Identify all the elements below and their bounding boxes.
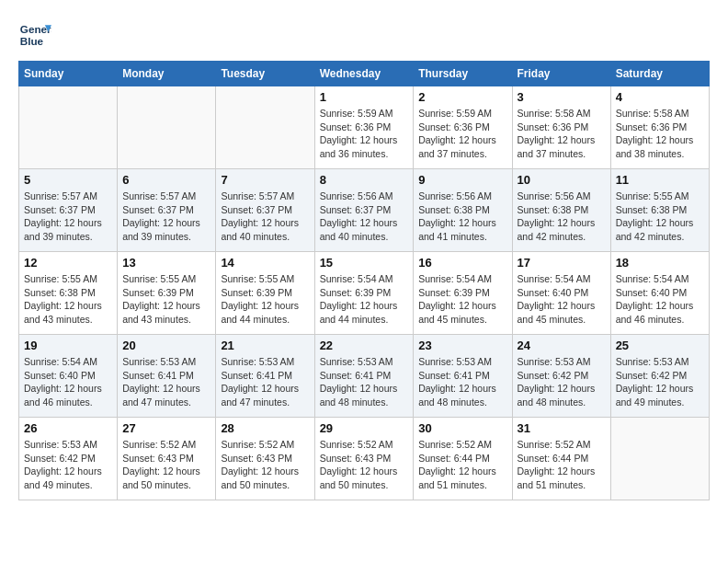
day-number: 4 (616, 90, 704, 104)
day-info: Sunrise: 5:53 AM Sunset: 6:41 PM Dayligh… (418, 355, 506, 409)
calendar-cell: 3Sunrise: 5:58 AM Sunset: 6:36 PM Daylig… (512, 86, 610, 169)
day-number: 21 (221, 339, 309, 352)
calendar-cell: 4Sunrise: 5:58 AM Sunset: 6:36 PM Daylig… (610, 86, 709, 169)
day-number: 30 (418, 421, 506, 435)
day-header-wednesday: Wednesday (314, 62, 414, 86)
day-info: Sunrise: 5:52 AM Sunset: 6:44 PM Dayligh… (418, 438, 506, 492)
calendar-cell: 10Sunrise: 5:56 AM Sunset: 6:38 PM Dayli… (512, 169, 610, 252)
day-info: Sunrise: 5:53 AM Sunset: 6:41 PM Dayligh… (320, 355, 409, 409)
page-header: General Blue (18, 18, 710, 52)
day-number: 6 (122, 173, 210, 187)
day-header-friday: Friday (512, 62, 610, 86)
day-info: Sunrise: 5:58 AM Sunset: 6:36 PM Dayligh… (616, 107, 704, 161)
day-info: Sunrise: 5:54 AM Sunset: 6:40 PM Dayligh… (616, 272, 704, 327)
day-info: Sunrise: 5:56 AM Sunset: 6:38 PM Dayligh… (418, 190, 506, 244)
calendar-cell: 7Sunrise: 5:57 AM Sunset: 6:37 PM Daylig… (216, 169, 314, 252)
day-info: Sunrise: 5:55 AM Sunset: 6:39 PM Dayligh… (221, 272, 309, 327)
calendar-cell: 1Sunrise: 5:59 AM Sunset: 6:36 PM Daylig… (314, 86, 414, 169)
day-info: Sunrise: 5:53 AM Sunset: 6:42 PM Dayligh… (616, 355, 704, 409)
day-number: 15 (320, 256, 409, 270)
day-info: Sunrise: 5:54 AM Sunset: 6:40 PM Dayligh… (518, 272, 606, 327)
calendar-cell: 19Sunrise: 5:54 AM Sunset: 6:40 PM Dayli… (19, 335, 118, 418)
day-header-thursday: Thursday (414, 62, 512, 86)
day-info: Sunrise: 5:54 AM Sunset: 6:39 PM Dayligh… (418, 272, 506, 327)
day-number: 24 (518, 339, 606, 352)
day-info: Sunrise: 5:57 AM Sunset: 6:37 PM Dayligh… (122, 190, 210, 244)
day-header-tuesday: Tuesday (216, 62, 314, 86)
day-number: 7 (221, 173, 309, 187)
day-info: Sunrise: 5:55 AM Sunset: 6:38 PM Dayligh… (616, 190, 704, 244)
calendar-cell: 14Sunrise: 5:55 AM Sunset: 6:39 PM Dayli… (216, 252, 314, 335)
day-number: 17 (518, 256, 606, 270)
calendar-cell: 26Sunrise: 5:53 AM Sunset: 6:42 PM Dayli… (19, 418, 118, 500)
day-number: 16 (418, 256, 506, 270)
day-number: 10 (518, 173, 606, 187)
day-info: Sunrise: 5:53 AM Sunset: 6:41 PM Dayligh… (122, 355, 210, 409)
calendar-cell: 11Sunrise: 5:55 AM Sunset: 6:38 PM Dayli… (610, 169, 709, 252)
day-number: 13 (122, 256, 210, 270)
calendar-cell: 12Sunrise: 5:55 AM Sunset: 6:38 PM Dayli… (19, 252, 118, 335)
day-info: Sunrise: 5:52 AM Sunset: 6:43 PM Dayligh… (320, 438, 409, 492)
svg-text:Blue: Blue (20, 35, 44, 47)
day-number: 11 (616, 173, 704, 187)
calendar-cell: 2Sunrise: 5:59 AM Sunset: 6:36 PM Daylig… (414, 86, 512, 169)
calendar-cell: 24Sunrise: 5:53 AM Sunset: 6:42 PM Dayli… (512, 335, 610, 418)
calendar-cell: 20Sunrise: 5:53 AM Sunset: 6:41 PM Dayli… (118, 335, 216, 418)
day-number: 5 (24, 173, 112, 187)
day-info: Sunrise: 5:55 AM Sunset: 6:38 PM Dayligh… (24, 272, 112, 327)
calendar-cell: 25Sunrise: 5:53 AM Sunset: 6:42 PM Dayli… (610, 335, 709, 418)
week-row-5: 26Sunrise: 5:53 AM Sunset: 6:42 PM Dayli… (19, 418, 710, 500)
calendar-cell: 6Sunrise: 5:57 AM Sunset: 6:37 PM Daylig… (118, 169, 216, 252)
day-number: 29 (320, 421, 409, 435)
day-number: 2 (418, 90, 506, 104)
day-number: 31 (518, 421, 606, 435)
calendar-cell: 27Sunrise: 5:52 AM Sunset: 6:43 PM Dayli… (118, 418, 216, 500)
calendar-cell: 13Sunrise: 5:55 AM Sunset: 6:39 PM Dayli… (118, 252, 216, 335)
day-number: 3 (518, 90, 606, 104)
day-info: Sunrise: 5:53 AM Sunset: 6:42 PM Dayligh… (24, 438, 112, 492)
day-number: 26 (24, 421, 112, 435)
calendar-cell: 30Sunrise: 5:52 AM Sunset: 6:44 PM Dayli… (414, 418, 512, 500)
calendar-cell: 18Sunrise: 5:54 AM Sunset: 6:40 PM Dayli… (610, 252, 709, 335)
day-number: 22 (320, 339, 409, 352)
week-row-1: 1Sunrise: 5:59 AM Sunset: 6:36 PM Daylig… (19, 86, 710, 169)
day-info: Sunrise: 5:52 AM Sunset: 6:43 PM Dayligh… (221, 438, 309, 492)
day-info: Sunrise: 5:53 AM Sunset: 6:42 PM Dayligh… (518, 355, 606, 409)
calendar-cell: 17Sunrise: 5:54 AM Sunset: 6:40 PM Dayli… (512, 252, 610, 335)
day-number: 27 (122, 421, 210, 435)
calendar-header-row: SundayMondayTuesdayWednesdayThursdayFrid… (19, 62, 710, 86)
day-header-sunday: Sunday (19, 62, 118, 86)
day-number: 12 (24, 256, 112, 270)
logo: General Blue (18, 18, 53, 52)
day-info: Sunrise: 5:57 AM Sunset: 6:37 PM Dayligh… (24, 190, 112, 244)
logo-icon: General Blue (18, 18, 51, 52)
calendar-cell: 21Sunrise: 5:53 AM Sunset: 6:41 PM Dayli… (216, 335, 314, 418)
day-info: Sunrise: 5:59 AM Sunset: 6:36 PM Dayligh… (320, 107, 409, 161)
week-row-4: 19Sunrise: 5:54 AM Sunset: 6:40 PM Dayli… (19, 335, 710, 418)
day-number: 8 (320, 173, 409, 187)
week-row-2: 5Sunrise: 5:57 AM Sunset: 6:37 PM Daylig… (19, 169, 710, 252)
calendar-cell: 22Sunrise: 5:53 AM Sunset: 6:41 PM Dayli… (314, 335, 414, 418)
day-number: 23 (418, 339, 506, 352)
day-info: Sunrise: 5:58 AM Sunset: 6:36 PM Dayligh… (518, 107, 606, 161)
day-info: Sunrise: 5:55 AM Sunset: 6:39 PM Dayligh… (122, 272, 210, 327)
day-header-saturday: Saturday (610, 62, 709, 86)
calendar-cell: 16Sunrise: 5:54 AM Sunset: 6:39 PM Dayli… (414, 252, 512, 335)
day-header-monday: Monday (118, 62, 216, 86)
day-info: Sunrise: 5:52 AM Sunset: 6:44 PM Dayligh… (518, 438, 606, 492)
calendar-cell (19, 86, 118, 169)
calendar-cell: 28Sunrise: 5:52 AM Sunset: 6:43 PM Dayli… (216, 418, 314, 500)
day-number: 9 (418, 173, 506, 187)
calendar-cell: 23Sunrise: 5:53 AM Sunset: 6:41 PM Dayli… (414, 335, 512, 418)
day-number: 1 (320, 90, 409, 104)
calendar-cell (216, 86, 314, 169)
day-info: Sunrise: 5:56 AM Sunset: 6:37 PM Dayligh… (320, 190, 409, 244)
day-number: 25 (616, 339, 704, 352)
day-info: Sunrise: 5:59 AM Sunset: 6:36 PM Dayligh… (418, 107, 506, 161)
calendar-cell: 9Sunrise: 5:56 AM Sunset: 6:38 PM Daylig… (414, 169, 512, 252)
calendar-cell (118, 86, 216, 169)
calendar-cell: 5Sunrise: 5:57 AM Sunset: 6:37 PM Daylig… (19, 169, 118, 252)
svg-text:General: General (20, 23, 51, 35)
day-number: 19 (24, 339, 112, 352)
day-number: 20 (122, 339, 210, 352)
